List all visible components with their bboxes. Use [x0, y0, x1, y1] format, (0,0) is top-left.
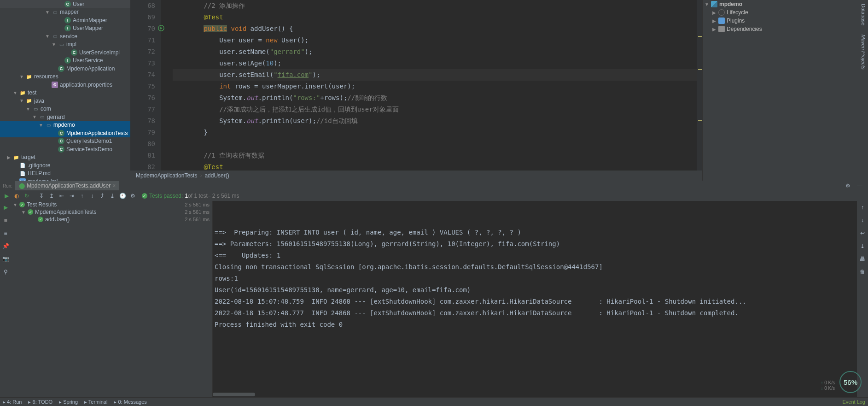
memory-indicator[interactable]: 56%	[839, 371, 862, 393]
right-side-tabs[interactable]: Database Maven Projects	[859, 0, 868, 181]
run-label: Run:	[0, 183, 15, 188]
maven-dependencies[interactable]: ▶Dependencies	[703, 25, 859, 33]
test-node[interactable]: ▼✓Test Results2 s 561 ms	[11, 201, 212, 208]
tree-item-java[interactable]: ▼📁java	[0, 97, 130, 105]
tree-item-user[interactable]: CUser	[0, 0, 130, 8]
tab-database[interactable]: Database	[861, 4, 866, 25]
stop-button[interactable]: ■	[1, 216, 10, 225]
run-panel-header: Run: ⬤ MpdemoApplicationTests.addUser × …	[0, 181, 868, 191]
tree-item-test[interactable]: ▼📁test	[0, 89, 130, 97]
close-icon[interactable]: ×	[112, 182, 116, 189]
layout-icon[interactable]: ≡	[1, 229, 10, 238]
soft-wrap-icon[interactable]: ↩	[858, 229, 867, 238]
breadcrumb-method[interactable]: addUser()	[204, 172, 229, 179]
run-gutter-icon[interactable]	[157, 24, 165, 32]
collapse-all-icon[interactable]: ⇤	[57, 191, 66, 200]
tree-item-mpdemo[interactable]: ▼▭mpdemo	[0, 121, 130, 129]
maven-root[interactable]: ▼ mpdemo	[703, 0, 859, 8]
tree-item-application-properties[interactable]: ⚙application.properties	[0, 81, 130, 89]
test-results-tree[interactable]: ▼✓Test Results2 s 561 ms▼✓MpdemoApplicat…	[11, 201, 213, 397]
camera-icon[interactable]: 📷	[1, 254, 10, 264]
rerun-button[interactable]: ▶	[2, 191, 11, 200]
tree-item-userservice[interactable]: IUserService	[0, 57, 130, 65]
up-icon[interactable]: ↑	[858, 203, 867, 212]
tree-item-impl[interactable]: ▼▭impl	[0, 41, 130, 49]
bottom-tab[interactable]: ▸ 4: Run	[3, 399, 22, 405]
console-output[interactable]: ==> Preparing: INSERT INTO user ( id, na…	[213, 201, 857, 397]
toggle-auto-button[interactable]: ◐	[12, 191, 21, 200]
tree-item-mapper[interactable]: ▼▭mapper	[0, 8, 130, 17]
bottom-tab[interactable]: ▸ Spring	[59, 399, 78, 405]
network-indicator: 0 K/s 0 K/s	[821, 380, 835, 391]
tree-item-resources[interactable]: ▼📁resources	[0, 73, 130, 81]
sort-down-icon[interactable]: ↧	[37, 191, 46, 200]
tree-item-querytestsdemo1[interactable]: CQueryTestsDemo1	[0, 137, 130, 146]
bottom-tab[interactable]: ▸ 0: Messages	[114, 399, 146, 405]
tree-item--gitignore[interactable]: 📄.gitignore	[0, 161, 130, 170]
code-editor[interactable]: 686970717273747576777879808182 //2 添加操作 …	[130, 0, 702, 181]
history-icon[interactable]: 🕘	[118, 191, 127, 200]
tree-item-target[interactable]: ▶📁target	[0, 153, 130, 162]
bottom-tab[interactable]: ▸ Terminal	[84, 399, 107, 405]
project-tree[interactable]: CUser▼▭mapperIAdminMapperIUserMapper▼▭se…	[0, 0, 130, 181]
export-icon[interactable]: ⤴	[98, 191, 107, 200]
tree-item-mpdemoapplication[interactable]: CMpdemoApplication	[0, 65, 130, 73]
sort-up-icon[interactable]: ↥	[47, 191, 56, 200]
import-icon[interactable]: ⤓	[108, 191, 117, 200]
scroll-end-icon[interactable]: ⤓	[858, 241, 867, 251]
pass-icon: ✓	[142, 193, 147, 199]
tree-item-mpdemoapplicationtests[interactable]: CMpdemoApplicationTests	[0, 129, 130, 137]
maven-plugins[interactable]: ▶Plugins	[703, 17, 859, 25]
expand-all-icon[interactable]: ⇥	[67, 191, 76, 200]
breadcrumb-class[interactable]: MpdemoApplicationTests	[136, 172, 197, 179]
status-bar: ▸ 4: Run▸ 6: TODO▸ Spring▸ Terminal▸ 0: …	[0, 397, 868, 406]
code-area[interactable]: //2 添加操作 @Test public void addUser() { U…	[161, 0, 702, 171]
tab-maven-projects[interactable]: Maven Projects	[861, 35, 866, 70]
test-node[interactable]: ✓addUser()2 s 561 ms	[11, 216, 212, 223]
tree-item-mpdemo-iml[interactable]: imlmpdemo.iml	[0, 177, 130, 181]
bottom-tab[interactable]: ▸ 6: TODO	[28, 399, 52, 405]
down-icon[interactable]: ↓	[858, 216, 867, 225]
scrollbar-thumb[interactable]	[213, 393, 255, 396]
tree-item-adminmapper[interactable]: IAdminMapper	[0, 16, 130, 24]
tree-item-servicetestsdemo[interactable]: CServiceTestsDemo	[0, 145, 130, 153]
tree-item-com[interactable]: ▼▭com	[0, 105, 130, 113]
rerun-failed-button[interactable]: ↻	[22, 191, 31, 200]
tree-item-userserviceimpl[interactable]: CUserServiceImpl	[0, 48, 130, 57]
breadcrumb[interactable]: MpdemoApplicationTests › addUser()	[130, 171, 702, 181]
tree-item-gerrard[interactable]: ▼▭gerrard	[0, 113, 130, 121]
filter-icon[interactable]: ⚲	[1, 267, 10, 277]
run-tab[interactable]: ⬤ MpdemoApplicationTests.addUser ×	[15, 181, 119, 190]
run-again-button[interactable]: ▶	[1, 203, 10, 212]
event-log-button[interactable]: Event Log	[842, 399, 865, 405]
prev-icon[interactable]: ↑	[77, 191, 87, 200]
settings-icon[interactable]: ⚙	[128, 191, 137, 200]
test-node[interactable]: ▼✓MpdemoApplicationTests2 s 561 ms	[11, 208, 212, 216]
line-gutter: 686970717273747576777879808182	[130, 0, 161, 171]
minimize-icon[interactable]: —	[855, 181, 864, 190]
maven-panel[interactable]: ▼ mpdemo ▶Lifecycle▶Plugins▶Dependencies	[702, 0, 859, 181]
console-toolbar: ↑ ↓ ↩ ⤓ 🖶 🗑	[857, 201, 868, 397]
tree-item-help-md[interactable]: 📄HELP.md	[0, 170, 130, 178]
run-toolbar: ▶ ◐ ↻ ↧ ↥ ⇤ ⇥ ↑ ↓ ⤴ ⤓ 🕘 ⚙ ✓ Tests passed…	[0, 191, 868, 201]
maven-lifecycle[interactable]: ▶Lifecycle	[703, 8, 859, 17]
trash-icon[interactable]: 🗑	[858, 267, 867, 277]
gear-icon[interactable]: ⚙	[843, 181, 852, 190]
tree-item-usermapper[interactable]: IUserMapper	[0, 24, 130, 33]
error-stripe[interactable]	[697, 0, 702, 171]
tree-item-service[interactable]: ▼▭service	[0, 32, 130, 41]
next-icon[interactable]: ↓	[87, 191, 97, 200]
print-icon[interactable]: 🖶	[858, 254, 867, 264]
run-side-toolbar: ▶ ■ ≡ 📌 📷 ⚲	[0, 201, 11, 397]
pin-icon[interactable]: 📌	[1, 241, 10, 251]
